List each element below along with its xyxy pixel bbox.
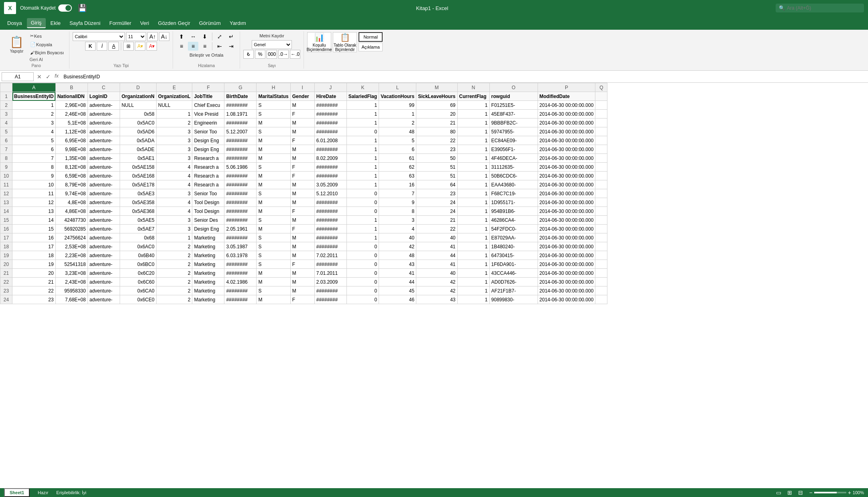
table-cell[interactable] — [595, 260, 607, 269]
decrease-font-button[interactable]: A↓ — [159, 32, 169, 41]
normal-style-button[interactable]: Normal — [359, 32, 383, 42]
table-cell[interactable]: adventure- — [88, 198, 120, 207]
table-cell[interactable]: M — [290, 154, 314, 163]
table-cell[interactable]: adventure- — [88, 119, 120, 127]
table-cell[interactable]: 42 — [416, 286, 457, 295]
table-cell[interactable]: 9BBBFB2C- — [489, 119, 538, 127]
table-cell[interactable]: 0x5AE368 — [120, 207, 156, 216]
table-cell[interactable]: ModifiedDate — [538, 92, 595, 101]
table-cell[interactable]: ######## — [224, 189, 257, 198]
table-cell[interactable]: 2 — [156, 242, 192, 251]
table-cell[interactable]: 6.03.1978 — [224, 251, 257, 260]
table-cell[interactable]: 24756624 — [55, 233, 88, 242]
table-cell[interactable]: 2014-06-30 00:00:00.000 — [538, 207, 595, 216]
table-cell[interactable] — [595, 163, 607, 172]
table-cell[interactable]: Design Eng — [192, 145, 224, 154]
table-cell[interactable]: 4 — [379, 225, 416, 233]
menu-gorunum[interactable]: Görünüm — [195, 18, 225, 28]
table-cell[interactable]: Marketing — [192, 260, 224, 269]
table-cell[interactable]: S — [257, 101, 290, 110]
table-cell[interactable]: M — [257, 198, 290, 207]
table-cell[interactable]: 1 — [457, 269, 489, 278]
table-cell[interactable]: 45E8F437- — [489, 110, 538, 119]
table-cell[interactable]: 1 — [457, 233, 489, 242]
fill-color-button[interactable]: A▾ — [135, 42, 145, 51]
table-cell[interactable]: 24 — [416, 198, 457, 207]
row-header[interactable]: 12 — [0, 189, 12, 198]
table-cell[interactable]: F — [290, 110, 314, 119]
table-cell[interactable]: M — [257, 136, 290, 145]
save-button[interactable]: 💾 — [76, 2, 89, 14]
table-cell[interactable]: M — [290, 251, 314, 260]
table-cell[interactable]: 2014-06-30 00:00:00.000 — [538, 145, 595, 154]
table-cell[interactable]: 5 — [12, 136, 56, 145]
table-cell[interactable]: ######## — [224, 136, 257, 145]
table-cell[interactable]: 0x5AE168 — [120, 172, 156, 180]
table-cell[interactable]: VacationHours — [379, 92, 416, 101]
table-cell[interactable]: 14 — [12, 216, 56, 225]
menu-gozden-gecir[interactable]: Gözden Geçir — [154, 18, 194, 28]
table-cell[interactable]: 0x6CE0 — [120, 295, 156, 304]
thousands-button[interactable]: 000 — [267, 50, 277, 59]
table-cell[interactable]: 62 — [379, 163, 416, 172]
table-cell[interactable]: 6,95E+08 — [55, 136, 88, 145]
table-cell[interactable]: F — [290, 163, 314, 172]
row-header[interactable]: 23 — [0, 286, 12, 295]
menu-yardim[interactable]: Yardım — [226, 18, 250, 28]
table-cell[interactable]: 22 — [416, 225, 457, 233]
table-cell[interactable]: ######## — [314, 295, 346, 304]
col-header-O[interactable]: O — [489, 83, 538, 92]
italic-button[interactable]: İ — [97, 42, 107, 51]
table-cell[interactable]: 2014-06-30 00:00:00.000 — [538, 198, 595, 207]
table-cell[interactable]: 8 — [12, 163, 56, 172]
table-cell[interactable]: ######## — [314, 172, 346, 180]
search-box[interactable]: 🔍 — [776, 4, 864, 12]
table-cell[interactable] — [595, 242, 607, 251]
table-cell[interactable]: 0x5ADA — [120, 136, 156, 145]
table-cell[interactable]: 1 — [457, 216, 489, 225]
table-cell[interactable]: 0x5AE158 — [120, 163, 156, 172]
table-cell[interactable]: 2 — [156, 278, 192, 286]
table-cell[interactable]: 54F2FDC0- — [489, 225, 538, 233]
table-cell[interactable]: S — [257, 216, 290, 225]
row-header[interactable]: 1 — [0, 92, 12, 101]
table-cell[interactable]: 1 — [346, 180, 379, 189]
row-header[interactable]: 22 — [0, 278, 12, 286]
wrap-text-button2[interactable]: Metni Kaydır — [257, 32, 286, 39]
row-header[interactable]: 2 — [0, 101, 12, 110]
increase-decimal-button[interactable]: .0→ — [278, 50, 289, 59]
table-cell[interactable] — [595, 119, 607, 127]
table-cell[interactable]: 1 — [346, 154, 379, 163]
table-cell[interactable]: S — [257, 127, 290, 136]
align-top-button[interactable]: ⬆ — [176, 32, 187, 41]
table-cell[interactable]: M — [290, 145, 314, 154]
table-cell[interactable]: 1 — [457, 136, 489, 145]
table-cell[interactable]: 1 — [156, 110, 192, 119]
confirm-formula-button[interactable]: ✓ — [44, 73, 52, 81]
table-cell[interactable]: 90899830- — [489, 295, 538, 304]
table-cell[interactable]: 2 — [156, 295, 192, 304]
table-cell[interactable]: 3.05.2009 — [314, 180, 346, 189]
table-cell[interactable]: 6 — [12, 145, 56, 154]
table-cell[interactable]: 1 — [457, 251, 489, 260]
table-cell[interactable]: ######## — [224, 233, 257, 242]
table-cell[interactable]: 1 — [457, 154, 489, 163]
table-cell[interactable]: 1D955171- — [489, 198, 538, 207]
table-cell[interactable]: NationalIDN — [55, 92, 88, 101]
table-cell[interactable]: 3 — [156, 154, 192, 163]
table-cell[interactable]: OrganizationL — [156, 92, 192, 101]
table-cell[interactable]: ######## — [314, 225, 346, 233]
table-cell[interactable]: ######## — [314, 127, 346, 136]
row-header[interactable]: 21 — [0, 269, 12, 278]
table-cell[interactable]: rowguid — [489, 92, 538, 101]
table-cell[interactable]: ######## — [224, 286, 257, 295]
cut-button[interactable]: ✂Kes — [28, 32, 66, 40]
table-cell[interactable]: 23 — [416, 189, 457, 198]
table-cell[interactable]: 1 — [457, 180, 489, 189]
table-cell[interactable]: 2014-06-30 00:00:00.000 — [538, 127, 595, 136]
row-header[interactable]: 8 — [0, 154, 12, 163]
table-cell[interactable] — [595, 127, 607, 136]
format-painter-button[interactable]: 🖌Biçim Boyacısı — [28, 49, 66, 56]
table-cell[interactable]: 63 — [379, 172, 416, 180]
row-header[interactable]: 13 — [0, 198, 12, 207]
